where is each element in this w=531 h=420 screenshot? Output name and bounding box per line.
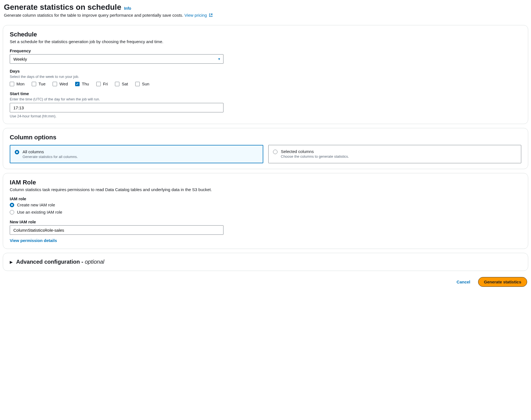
start-time-format-hint: Use 24-hour format (hh:mm). — [10, 114, 521, 118]
radio-label: Create new IAM role — [17, 202, 55, 207]
iam-role-panel: IAM Role Column statistics task requires… — [3, 173, 528, 249]
iam-role-label: IAM role — [10, 196, 521, 201]
advanced-optional-text: optional — [85, 259, 104, 265]
checkbox-icon — [96, 82, 101, 86]
iam-role-choice-field: IAM role Create new IAM role Use an exis… — [10, 196, 521, 214]
view-pricing-text: View pricing — [185, 13, 207, 18]
new-iam-role-input[interactable] — [10, 225, 223, 235]
iam-use-existing-radio[interactable]: Use an existing IAM role — [10, 209, 521, 214]
page-description-text: Generate column statistics for the table… — [4, 13, 185, 18]
page-header: Generate statistics on schedule Info Gen… — [3, 3, 528, 21]
days-label: Days — [10, 69, 521, 73]
page-title: Generate statistics on schedule — [4, 3, 121, 12]
frequency-label: Frequency — [10, 48, 521, 53]
start-time-field: Start time Enter the time (UTC) of the d… — [10, 91, 521, 118]
schedule-panel: Schedule Set a schedule for the statisti… — [3, 25, 528, 124]
iam-description: Column statistics task requires permissi… — [10, 187, 521, 192]
advanced-title: Advanced configuration - optional — [16, 259, 104, 265]
day-label: Fri — [103, 81, 108, 86]
advanced-expander[interactable]: ▶ Advanced configuration - optional — [10, 259, 521, 265]
day-checkbox-fri[interactable]: Fri — [96, 81, 108, 86]
radio-icon — [10, 210, 14, 214]
day-label: Sun — [142, 81, 149, 86]
generate-statistics-button[interactable]: Generate statistics — [478, 277, 527, 287]
caret-right-icon: ▶ — [10, 260, 13, 264]
day-label: Sat — [122, 81, 128, 86]
advanced-title-text: Advanced configuration - — [16, 259, 85, 265]
tile-title: Selected columns — [281, 149, 349, 154]
frequency-field: Frequency Weekly ▼ — [10, 48, 521, 64]
tile-description: Generate statistics for all columns. — [23, 155, 78, 159]
schedule-description: Set a schedule for the statistics genera… — [10, 39, 521, 44]
tile-title: All columns — [23, 149, 78, 154]
start-time-label: Start time — [10, 91, 521, 96]
day-label: Mon — [16, 81, 24, 86]
radio-label: Use an existing IAM role — [17, 210, 62, 214]
column-option-all[interactable]: All columns Generate statistics for all … — [10, 145, 263, 163]
advanced-panel: ▶ Advanced configuration - optional — [3, 253, 528, 271]
day-checkbox-sat[interactable]: Sat — [115, 81, 128, 86]
frequency-select[interactable]: Weekly — [10, 54, 223, 64]
day-checkbox-mon[interactable]: Mon — [10, 81, 24, 86]
day-label: Thu — [82, 81, 89, 86]
new-iam-role-label: New IAM role — [10, 219, 521, 224]
column-options-title: Column options — [10, 134, 521, 141]
info-link[interactable]: Info — [124, 6, 131, 11]
checkbox-icon — [32, 82, 36, 86]
view-pricing-link[interactable]: View pricing — [185, 13, 213, 18]
new-iam-role-field: New IAM role — [10, 219, 521, 235]
iam-title: IAM Role — [10, 179, 521, 186]
action-bar: Cancel Generate statistics — [3, 275, 528, 287]
day-label: Tue — [38, 81, 45, 86]
day-checkbox-thu[interactable]: Thu — [75, 81, 89, 86]
day-checkbox-sun[interactable]: Sun — [135, 81, 149, 86]
external-link-icon — [209, 13, 213, 18]
radio-icon — [273, 150, 277, 154]
checkbox-icon — [115, 82, 119, 86]
radio-icon — [15, 150, 19, 154]
checkbox-icon — [10, 82, 14, 86]
day-checkbox-wed[interactable]: Wed — [53, 81, 68, 86]
radio-icon — [10, 203, 14, 207]
page-description: Generate column statistics for the table… — [4, 13, 527, 18]
view-permission-details-link[interactable]: View permission details — [10, 238, 57, 243]
tile-description: Choose the columns to generate statistic… — [281, 154, 349, 159]
checkbox-icon — [135, 82, 140, 86]
checkbox-icon — [53, 82, 57, 86]
column-options-panel: Column options All columns Generate stat… — [3, 128, 528, 169]
days-field: Days Select the days of the week to run … — [10, 69, 521, 86]
day-label: Wed — [59, 81, 68, 86]
column-option-selected[interactable]: Selected columns Choose the columns to g… — [268, 145, 521, 163]
cancel-button[interactable]: Cancel — [453, 277, 474, 286]
days-hint: Select the days of the week to run your … — [10, 75, 521, 79]
day-checkbox-tue[interactable]: Tue — [32, 81, 45, 86]
iam-create-new-radio[interactable]: Create new IAM role — [10, 202, 521, 207]
schedule-title: Schedule — [10, 31, 521, 38]
start-time-hint: Enter the time (UTC) of the day for when… — [10, 97, 521, 101]
start-time-input[interactable] — [10, 103, 223, 112]
checkbox-icon — [75, 82, 80, 86]
